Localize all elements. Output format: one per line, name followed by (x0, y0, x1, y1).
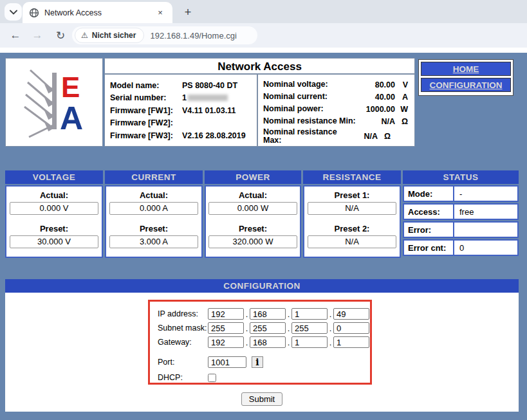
resistance-column: RESISTANCE Preset 1: N/A Preset 2: N/A (303, 170, 401, 258)
mode-value: - (454, 187, 517, 201)
nominal-row: Nominal resistance Max: N/A Ω (263, 127, 408, 145)
device-row: Firmware [FW2]: (110, 117, 253, 130)
nominal-row: Nominal power: 1000.00 W (263, 103, 408, 115)
info-icon[interactable]: i (252, 356, 263, 368)
current-actual-value: 0.000 A (109, 202, 198, 215)
configuration-button[interactable]: CONFIGURATION (421, 78, 511, 92)
status-row: Error: (403, 221, 519, 238)
ip-octet-input[interactable] (208, 308, 244, 320)
column-header: POWER (205, 170, 301, 184)
reload-button[interactable]: ↻ (53, 28, 68, 43)
home-button[interactable]: HOME (421, 62, 511, 76)
device-row: Firmware [FW3]: V2.16 28.08.2019 (110, 129, 253, 142)
url-text: 192.168.1.49/Home.cgi (150, 31, 236, 41)
current-column: CURRENT Actual: 0.000 A Preset: 3.000 A (105, 170, 203, 258)
tab-close-icon[interactable]: × (154, 7, 166, 19)
ip-octet-input[interactable] (250, 308, 286, 320)
subnet-mask-row: Subnet mask: . . . (158, 321, 370, 335)
dhcp-row: DHCP: (158, 370, 370, 385)
address-bar[interactable]: ⚠ Nicht sicher 192.168.1.49/Home.cgi (72, 26, 257, 44)
ip-octet-input[interactable] (333, 308, 369, 320)
voltage-actual-value: 0.000 V (10, 202, 98, 215)
chevron-down-icon (10, 10, 17, 15)
browser-window: Network Access × + ← → ↻ ⚠ Nicht sicher … (0, 0, 527, 420)
voltage-column: VOLTAGE Actual: 0.000 V Preset: 30.000 V (5, 170, 103, 258)
ip-octet-input[interactable] (291, 308, 328, 320)
current-preset-value: 3.000 A (109, 235, 198, 248)
new-tab-button[interactable]: + (180, 5, 196, 20)
gateway-octet-input[interactable] (291, 336, 328, 348)
subnet-octet-input[interactable] (250, 322, 286, 334)
redacted-serial (188, 95, 228, 101)
power-preset-value: 320.000 W (208, 235, 297, 248)
column-header: RESISTANCE (303, 170, 401, 184)
status-row: Access: free (403, 203, 519, 220)
nominal-row: Nominal current: 40.00 A (263, 91, 408, 103)
resistance-preset2-value: N/A (308, 235, 396, 248)
power-actual-value: 0.000 W (208, 202, 297, 215)
configuration-header: CONFIGURATION (5, 279, 519, 293)
error-count-value: 0 (454, 241, 517, 255)
page-viewport: E A Network Access Model name: PS 8080-4… (0, 48, 527, 420)
column-header: STATUS (403, 170, 519, 184)
device-info-panel: Network Access Model name: PS 8080-40 DT… (104, 58, 415, 147)
globe-icon (29, 8, 39, 18)
column-header: CURRENT (105, 170, 203, 184)
tab-list-chevron-button[interactable] (5, 3, 22, 21)
configuration-section: IP address: . . . Subnet mask: . (5, 293, 519, 412)
network-settings-highlight: IP address: . . . Subnet mask: . (148, 300, 372, 385)
ea-logo: E A (16, 66, 92, 138)
back-button[interactable]: ← (8, 28, 23, 43)
page-title: Network Access (105, 59, 414, 75)
column-header: VOLTAGE (5, 170, 103, 184)
meters-section: VOLTAGE Actual: 0.000 V Preset: 30.000 V… (5, 170, 519, 258)
logo-container: E A (5, 58, 103, 147)
device-details: Model name: PS 8080-40 DT Serial number:… (105, 75, 258, 146)
status-row: Mode: - (403, 185, 519, 202)
nav-panel: HOME CONFIGURATION (418, 59, 513, 96)
nominal-row: Nominal resistance Min: N/A Ω (263, 115, 408, 127)
warning-icon: ⚠ (81, 31, 88, 40)
subnet-octet-input[interactable] (291, 322, 328, 334)
gateway-octet-input[interactable] (250, 336, 286, 348)
subnet-octet-input[interactable] (333, 322, 369, 334)
tab-title: Network Access (44, 8, 154, 17)
dhcp-checkbox[interactable] (208, 374, 216, 382)
submit-button[interactable]: Submit (241, 392, 282, 406)
device-row: Model name: PS 8080-40 DT (110, 79, 253, 92)
gateway-octet-input[interactable] (208, 336, 244, 348)
power-column: POWER Actual: 0.000 W Preset: 320.000 W (205, 170, 301, 258)
device-row: Firmware [FW1]: V4.11 01.03.11 (110, 104, 253, 117)
subnet-octet-input[interactable] (208, 322, 244, 334)
browser-toolbar: ← → ↻ ⚠ Nicht sicher 192.168.1.49/Home.c… (0, 23, 527, 48)
port-input[interactable] (208, 356, 246, 368)
gateway-row: Gateway: . . . (158, 335, 370, 349)
security-chip-label: Nicht sicher (92, 31, 136, 40)
tab-strip: Network Access × + (0, 0, 527, 23)
svg-text:E: E (61, 71, 80, 103)
security-chip[interactable]: ⚠ Nicht sicher (75, 28, 144, 43)
ip-address-row: IP address: . . . (158, 307, 370, 321)
nominal-values: Nominal voltage: 80.00 V Nominal current… (258, 75, 414, 146)
access-value: free (454, 205, 517, 219)
status-row: Error cnt: 0 (403, 239, 519, 256)
port-row: Port: i (158, 355, 370, 369)
error-value (454, 223, 517, 237)
forward-button[interactable]: → (30, 28, 45, 43)
device-row: Serial number: 1 (110, 92, 253, 105)
browser-tab[interactable]: Network Access × (23, 2, 172, 23)
voltage-preset-value: 30.000 V (10, 235, 98, 248)
page-body: E A Network Access Model name: PS 8080-4… (0, 53, 527, 420)
resistance-preset1-value: N/A (308, 202, 396, 215)
svg-text:A: A (60, 100, 83, 136)
status-column: STATUS Mode: - Access: free Error: Err (403, 170, 519, 258)
gateway-octet-input[interactable] (333, 336, 369, 348)
nominal-row: Nominal voltage: 80.00 V (263, 78, 408, 91)
